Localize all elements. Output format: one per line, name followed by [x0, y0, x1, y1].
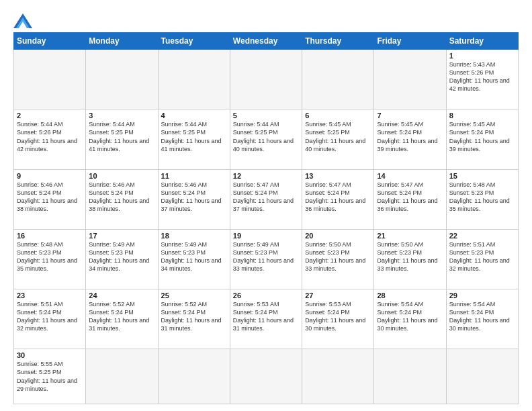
weekday-header-monday: Monday	[86, 33, 158, 50]
calendar-cell	[230, 50, 302, 109]
day-number: 12	[233, 172, 299, 180]
calendar-cell: 11Sunrise: 5:46 AM Sunset: 5:24 PM Dayli…	[158, 169, 230, 229]
cell-info: Sunrise: 5:49 AM Sunset: 5:23 PM Dayligh…	[233, 240, 299, 273]
calendar-week-row: 23Sunrise: 5:51 AM Sunset: 5:24 PM Dayli…	[14, 289, 519, 349]
day-number: 17	[89, 232, 154, 240]
calendar-week-row: 16Sunrise: 5:48 AM Sunset: 5:23 PM Dayli…	[14, 229, 519, 289]
cell-info: Sunrise: 5:44 AM Sunset: 5:25 PM Dayligh…	[89, 120, 154, 153]
calendar-cell	[158, 50, 230, 109]
day-number: 3	[89, 111, 154, 120]
cell-info: Sunrise: 5:48 AM Sunset: 5:23 PM Dayligh…	[17, 240, 83, 273]
calendar-cell: 12Sunrise: 5:47 AM Sunset: 5:24 PM Dayli…	[230, 169, 302, 229]
cell-info: Sunrise: 5:46 AM Sunset: 5:24 PM Dayligh…	[161, 181, 227, 214]
calendar-cell: 7Sunrise: 5:45 AM Sunset: 5:24 PM Daylig…	[374, 109, 446, 169]
calendar-cell: 21Sunrise: 5:50 AM Sunset: 5:23 PM Dayli…	[374, 229, 446, 289]
day-number: 8	[449, 111, 515, 120]
day-number: 16	[17, 232, 83, 240]
day-number: 15	[449, 172, 515, 180]
calendar-cell	[302, 50, 374, 109]
day-number: 21	[377, 232, 443, 240]
day-number: 13	[305, 172, 371, 180]
cell-info: Sunrise: 5:53 AM Sunset: 5:24 PM Dayligh…	[233, 300, 299, 333]
cell-info: Sunrise: 5:51 AM Sunset: 5:24 PM Dayligh…	[17, 300, 83, 333]
cell-info: Sunrise: 5:47 AM Sunset: 5:24 PM Dayligh…	[305, 181, 371, 214]
calendar-table: SundayMondayTuesdayWednesdayThursdayFrid…	[13, 32, 519, 404]
day-number: 2	[17, 111, 83, 120]
calendar-cell: 18Sunrise: 5:49 AM Sunset: 5:23 PM Dayli…	[158, 229, 230, 289]
cell-info: Sunrise: 5:45 AM Sunset: 5:24 PM Dayligh…	[377, 120, 443, 153]
weekday-header-row: SundayMondayTuesdayWednesdayThursdayFrid…	[14, 33, 519, 50]
day-number: 7	[377, 111, 443, 120]
day-number: 24	[89, 291, 154, 300]
calendar-cell: 16Sunrise: 5:48 AM Sunset: 5:23 PM Dayli…	[14, 229, 86, 289]
day-number: 18	[161, 232, 227, 240]
logo	[13, 13, 35, 28]
cell-info: Sunrise: 5:45 AM Sunset: 5:24 PM Dayligh…	[449, 120, 515, 153]
calendar-cell	[446, 349, 518, 404]
cell-info: Sunrise: 5:44 AM Sunset: 5:25 PM Dayligh…	[233, 120, 299, 153]
day-number: 23	[17, 291, 83, 300]
cell-info: Sunrise: 5:50 AM Sunset: 5:23 PM Dayligh…	[377, 240, 443, 273]
calendar-cell: 6Sunrise: 5:45 AM Sunset: 5:25 PM Daylig…	[302, 109, 374, 169]
cell-info: Sunrise: 5:45 AM Sunset: 5:25 PM Dayligh…	[305, 120, 371, 153]
calendar-cell: 17Sunrise: 5:49 AM Sunset: 5:23 PM Dayli…	[86, 229, 158, 289]
day-number: 27	[305, 291, 371, 300]
calendar-cell: 1Sunrise: 5:43 AM Sunset: 5:26 PM Daylig…	[446, 50, 518, 109]
day-number: 10	[89, 172, 154, 180]
day-number: 20	[305, 232, 371, 240]
weekday-header-thursday: Thursday	[302, 33, 374, 50]
calendar-cell	[14, 50, 86, 109]
calendar-cell: 25Sunrise: 5:52 AM Sunset: 5:24 PM Dayli…	[158, 289, 230, 349]
cell-info: Sunrise: 5:54 AM Sunset: 5:24 PM Dayligh…	[377, 300, 443, 333]
day-number: 9	[17, 172, 83, 180]
calendar-cell: 20Sunrise: 5:50 AM Sunset: 5:23 PM Dayli…	[302, 229, 374, 289]
calendar-cell	[86, 50, 158, 109]
cell-info: Sunrise: 5:49 AM Sunset: 5:23 PM Dayligh…	[161, 240, 227, 273]
cell-info: Sunrise: 5:54 AM Sunset: 5:24 PM Dayligh…	[449, 300, 515, 333]
weekday-header-sunday: Sunday	[14, 33, 86, 50]
cell-info: Sunrise: 5:48 AM Sunset: 5:23 PM Dayligh…	[449, 181, 515, 214]
calendar-cell: 22Sunrise: 5:51 AM Sunset: 5:23 PM Dayli…	[446, 229, 518, 289]
calendar-cell: 27Sunrise: 5:53 AM Sunset: 5:24 PM Dayli…	[302, 289, 374, 349]
day-number: 30	[17, 351, 83, 359]
page: SundayMondayTuesdayWednesdayThursdayFrid…	[0, 0, 532, 411]
calendar-cell	[374, 349, 446, 404]
calendar-cell: 4Sunrise: 5:44 AM Sunset: 5:25 PM Daylig…	[158, 109, 230, 169]
calendar-cell: 2Sunrise: 5:44 AM Sunset: 5:26 PM Daylig…	[14, 109, 86, 169]
cell-info: Sunrise: 5:44 AM Sunset: 5:26 PM Dayligh…	[17, 120, 83, 153]
day-number: 4	[161, 111, 227, 120]
day-number: 25	[161, 291, 227, 300]
day-number: 29	[449, 291, 515, 300]
cell-info: Sunrise: 5:51 AM Sunset: 5:23 PM Dayligh…	[449, 240, 515, 273]
calendar-cell	[230, 349, 302, 404]
cell-info: Sunrise: 5:44 AM Sunset: 5:25 PM Dayligh…	[161, 120, 227, 153]
day-number: 14	[377, 172, 443, 180]
weekday-header-tuesday: Tuesday	[158, 33, 230, 50]
cell-info: Sunrise: 5:52 AM Sunset: 5:24 PM Dayligh…	[161, 300, 227, 333]
calendar-week-row: 30Sunrise: 5:55 AM Sunset: 5:25 PM Dayli…	[14, 349, 519, 404]
cell-info: Sunrise: 5:52 AM Sunset: 5:24 PM Dayligh…	[89, 300, 154, 333]
calendar-week-row: 9Sunrise: 5:46 AM Sunset: 5:24 PM Daylig…	[14, 169, 519, 229]
calendar-cell: 24Sunrise: 5:52 AM Sunset: 5:24 PM Dayli…	[86, 289, 158, 349]
cell-info: Sunrise: 5:53 AM Sunset: 5:24 PM Dayligh…	[305, 300, 371, 333]
calendar-cell: 14Sunrise: 5:47 AM Sunset: 5:24 PM Dayli…	[374, 169, 446, 229]
calendar-cell: 13Sunrise: 5:47 AM Sunset: 5:24 PM Dayli…	[302, 169, 374, 229]
day-number: 26	[233, 291, 299, 300]
cell-info: Sunrise: 5:50 AM Sunset: 5:23 PM Dayligh…	[305, 240, 371, 273]
cell-info: Sunrise: 5:49 AM Sunset: 5:23 PM Dayligh…	[89, 240, 154, 273]
day-number: 19	[233, 232, 299, 240]
calendar-cell: 3Sunrise: 5:44 AM Sunset: 5:25 PM Daylig…	[86, 109, 158, 169]
day-number: 28	[377, 291, 443, 300]
header	[13, 11, 519, 28]
calendar-cell: 9Sunrise: 5:46 AM Sunset: 5:24 PM Daylig…	[14, 169, 86, 229]
generalblue-icon	[13, 13, 32, 28]
calendar-cell: 19Sunrise: 5:49 AM Sunset: 5:23 PM Dayli…	[230, 229, 302, 289]
weekday-header-friday: Friday	[374, 33, 446, 50]
weekday-header-wednesday: Wednesday	[230, 33, 302, 50]
calendar-cell: 30Sunrise: 5:55 AM Sunset: 5:25 PM Dayli…	[14, 349, 86, 404]
calendar-cell: 8Sunrise: 5:45 AM Sunset: 5:24 PM Daylig…	[446, 109, 518, 169]
day-number: 11	[161, 172, 227, 180]
calendar-cell: 10Sunrise: 5:46 AM Sunset: 5:24 PM Dayli…	[86, 169, 158, 229]
calendar-cell: 15Sunrise: 5:48 AM Sunset: 5:23 PM Dayli…	[446, 169, 518, 229]
calendar-cell: 29Sunrise: 5:54 AM Sunset: 5:24 PM Dayli…	[446, 289, 518, 349]
